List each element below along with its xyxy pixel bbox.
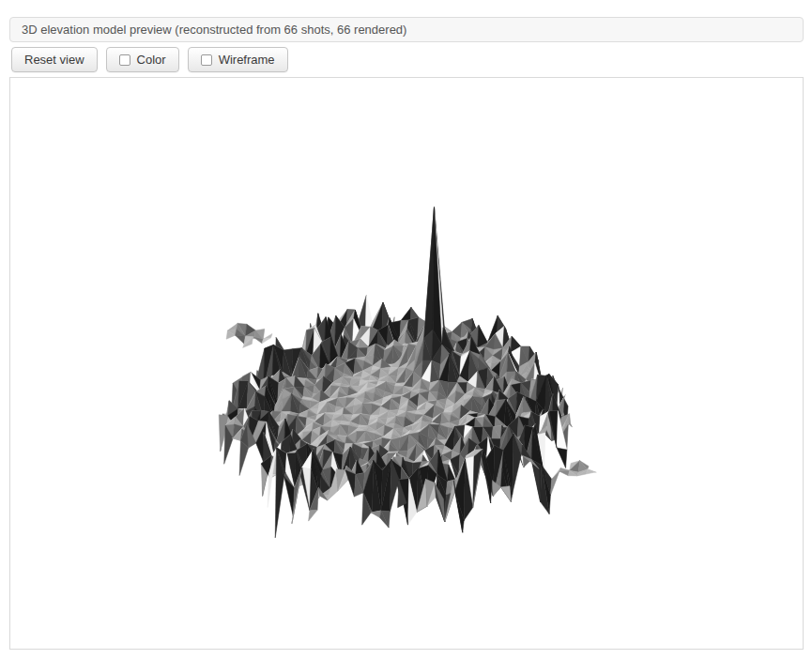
color-label: Color <box>137 53 166 67</box>
color-toggle-button[interactable]: Color <box>106 47 179 72</box>
wireframe-label: Wireframe <box>219 53 275 67</box>
wireframe-toggle-button[interactable]: Wireframe <box>188 47 288 72</box>
reset-view-button[interactable]: Reset view <box>11 47 98 72</box>
wireframe-checkbox[interactable] <box>201 54 212 66</box>
toolbar: Reset view Color Wireframe <box>11 47 804 72</box>
page-title: 3D elevation model preview (reconstructe… <box>22 23 406 37</box>
app-window: 3D elevation model preview (reconstructe… <box>0 0 812 659</box>
reset-view-label: Reset view <box>24 53 84 67</box>
color-checkbox[interactable] <box>119 54 130 66</box>
model-viewport[interactable] <box>9 77 804 650</box>
terrain-mesh-svg <box>10 78 803 649</box>
title-bar: 3D elevation model preview (reconstructe… <box>9 17 804 42</box>
